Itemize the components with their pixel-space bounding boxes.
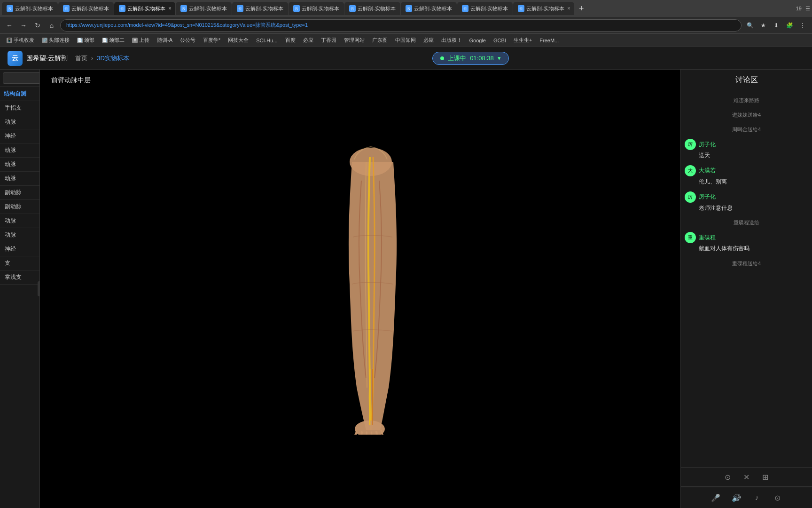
tab-close-10[interactable]: ×	[564, 5, 570, 12]
more-button[interactable]: ⊙	[771, 491, 784, 504]
chat-text-2: 老师注意什息	[685, 204, 808, 212]
bookmark-10[interactable]: SCI-Hu...	[253, 37, 280, 44]
sidebar-item-5[interactable]: 动脉	[0, 172, 39, 186]
new-tab-button[interactable]: +	[575, 2, 588, 15]
bookmark-label-22: FreeM...	[539, 38, 559, 43]
tab-6[interactable]: 云 云解剖-实物标本	[289, 2, 344, 15]
sidebar-item-4[interactable]: 动脉	[0, 158, 39, 172]
chat-msg-header-0: 厉 厉子化	[685, 139, 808, 150]
system-msg-3: 周喝金送给4	[685, 124, 808, 135]
chat-text-0: 送天	[685, 151, 808, 159]
sidebar-item-8[interactable]: 动脉	[0, 214, 39, 228]
bookmark-16[interactable]: 中国知网	[392, 36, 419, 45]
bookmark-label-16: 中国知网	[395, 37, 416, 44]
bookmark-8[interactable]: 百度学*	[200, 36, 223, 45]
bookmark-label-21: 生生生+	[514, 37, 532, 44]
tab-8[interactable]: 云 云解剖-实物标本	[401, 2, 457, 15]
sidebar-self-test[interactable]: 结构自测	[0, 87, 39, 101]
sidebar-item-3[interactable]: 动脉	[0, 143, 39, 158]
extension-btn[interactable]: 🧩	[784, 20, 795, 31]
tab-label-2: 云解剖-实物标本	[71, 5, 109, 12]
sidebar-item-6[interactable]: 副动脉	[0, 186, 39, 200]
bookmark-6[interactable]: 随训-A	[154, 36, 175, 45]
bookmark-3[interactable]: 📄 颈部	[74, 36, 97, 45]
chat-message-1: 大 大漠若 伦儿、别离	[685, 165, 808, 186]
bookmark-19[interactable]: Google	[467, 37, 489, 44]
bookmark-icon-2: 🔗	[42, 38, 47, 43]
tab-2[interactable]: 云 云解剖-实物标本	[58, 2, 114, 15]
bookmark-label-6: 随训-A	[157, 37, 172, 44]
panel-grid-button[interactable]: ⊞	[759, 470, 772, 484]
home-button[interactable]: ⌂	[46, 20, 57, 31]
reload-button[interactable]: ↻	[32, 20, 43, 31]
tab-3[interactable]: 云 云解剖-实物标本 ×	[114, 2, 175, 15]
search-input[interactable]	[3, 72, 40, 84]
tab-9[interactable]: 云 云解剖-实物标本	[457, 2, 513, 15]
chat-message-0: 厉 厉子化 送天	[685, 139, 808, 159]
lesson-timer[interactable]: 上课中 01:08:38 ▾	[432, 52, 509, 65]
bookmark-12[interactable]: 必应	[300, 36, 316, 45]
sidebar-item-7[interactable]: 副动脉	[0, 200, 39, 214]
tab-7[interactable]: 云 云解剖-实物标本	[344, 2, 400, 15]
mic-button[interactable]: 🎤	[709, 491, 722, 504]
tab-menu-icon[interactable]: ☰	[805, 6, 810, 12]
sidebar-item-11[interactable]: 支	[0, 256, 39, 270]
sidebar-item-0[interactable]: 手指支	[0, 101, 39, 115]
bookmark-18[interactable]: 出版权！	[438, 36, 465, 45]
chat-avatar-4: 重	[685, 232, 696, 243]
bookmark-17[interactable]: 必应	[421, 36, 437, 45]
app-header: 云 国希望·云解剖 首页 › 3D实物标本 上课中 01:08:38 ▾	[0, 47, 812, 70]
settings-button[interactable]: ⋮	[797, 20, 808, 31]
tab-bar: 云 云解剖-实物标本 云 云解剖-实物标本 云 云解剖-实物标本 × 云 云解剖…	[0, 0, 812, 17]
chat-username-1: 大漠若	[699, 167, 716, 175]
bookmark-15[interactable]: 广东图	[369, 36, 390, 45]
search-box: 🔍	[0, 70, 39, 87]
forward-button[interactable]: →	[18, 20, 29, 31]
bookmark-icon-3: 📄	[77, 38, 83, 43]
tab-label-8: 云解剖-实物标本	[414, 5, 452, 12]
bookmark-9[interactable]: 网技大全	[225, 36, 251, 45]
bookmark-14[interactable]: 管理网站	[341, 36, 367, 45]
tab-close-3[interactable]: ×	[165, 5, 172, 12]
sidebar-item-1[interactable]: 动脉	[0, 115, 39, 129]
bookmark-20[interactable]: GCBI	[491, 37, 509, 44]
tab-label-9: 云解剖-实物标本	[470, 5, 508, 12]
tab-favicon-5: 云	[237, 5, 243, 12]
back-button[interactable]: ←	[4, 20, 15, 31]
sidebar-item-2[interactable]: 神经	[0, 129, 39, 143]
search-button[interactable]: 🔍	[744, 20, 756, 31]
sidebar-item-12[interactable]: 掌浅支	[0, 270, 39, 285]
music-button[interactable]: ♪	[750, 491, 764, 504]
star-button[interactable]: ★	[757, 20, 769, 31]
bookmark-21[interactable]: 生生生+	[511, 36, 535, 45]
nav-separator: ›	[91, 55, 93, 62]
nav-home[interactable]: 首页	[75, 54, 87, 63]
download-button[interactable]: ⬇	[771, 20, 782, 31]
bookmark-1[interactable]: 📱 手机收发	[4, 36, 37, 45]
bookmark-11[interactable]: 百度	[282, 36, 298, 45]
bookmark-22[interactable]: FreeM...	[537, 37, 562, 44]
url-input[interactable]: https://www.yunjiepou.com/model-view?id=…	[60, 19, 742, 32]
tab-1[interactable]: 云 云解剖-实物标本	[2, 2, 58, 15]
tab-favicon-6: 云	[293, 5, 300, 12]
tab-5[interactable]: 云 云解剖-实物标本	[232, 2, 288, 15]
panel-close-button[interactable]: ✕	[740, 470, 753, 484]
tab-10[interactable]: 云 云解剖-实物标本 ×	[513, 2, 574, 15]
bookmark-5[interactable]: ⬆ 上传	[129, 36, 152, 45]
chat-username-4: 重碟程	[699, 234, 716, 242]
tab-4[interactable]: 云 云解剖-实物标本	[176, 2, 232, 15]
canvas-area[interactable]: 前臂动脉中层	[40, 70, 680, 508]
bookmark-7[interactable]: 公公号	[177, 36, 198, 45]
panel-settings-button[interactable]: ⊙	[721, 470, 734, 484]
timer-dropdown-icon[interactable]: ▾	[498, 55, 501, 62]
tab-label-5: 云解剖-实物标本	[245, 5, 283, 12]
sidebar-item-10[interactable]: 神经	[0, 242, 39, 256]
chat-messages-list: 难违来路路 进妹妹送给4 周喝金送给4 厉 厉子化 送天 大 大漠若 伦儿、别离	[681, 91, 812, 467]
nav-current[interactable]: 3D实物标本	[97, 54, 129, 63]
bookmark-13[interactable]: 丁香园	[318, 36, 339, 45]
bookmark-4[interactable]: 📄 颈部二	[99, 36, 127, 45]
sidebar-item-9[interactable]: 动脉	[0, 228, 39, 242]
bookmark-2[interactable]: 🔗 头部连接	[39, 36, 72, 45]
address-bar: ← → ↻ ⌂ https://www.yunjiepou.com/model-…	[0, 17, 812, 34]
speaker-button[interactable]: 🔊	[730, 491, 743, 504]
